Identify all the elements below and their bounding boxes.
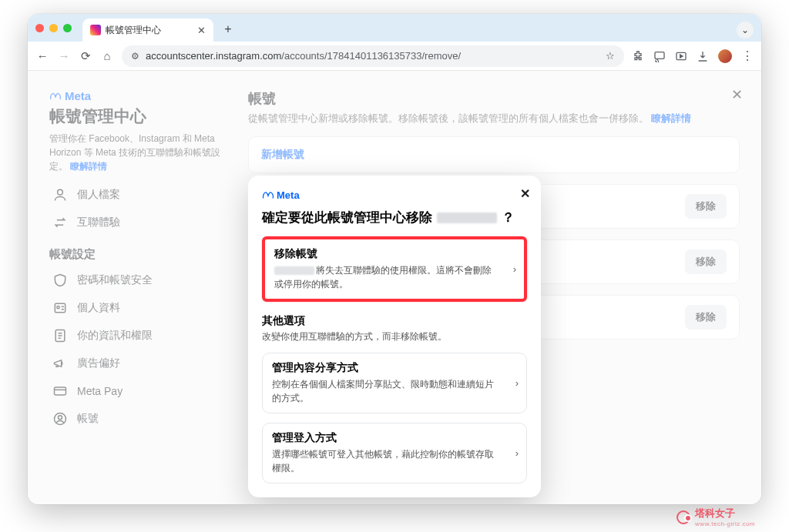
redacted-username: [437, 212, 497, 223]
window-controls[interactable]: [35, 24, 72, 32]
cast-icon[interactable]: [653, 50, 666, 62]
modal-close-icon[interactable]: ✕: [520, 186, 530, 201]
option-title: 管理登入方式: [272, 431, 500, 445]
option-title: 管理內容分享方式: [272, 361, 500, 375]
download-icon[interactable]: [697, 50, 709, 62]
menu-icon[interactable]: ⋮: [741, 49, 754, 63]
maximize-window-icon[interactable]: [63, 24, 72, 32]
tab-strip: 帳號管理中心 ✕ + ⌄: [28, 14, 761, 42]
url-input[interactable]: ⚙ accountscenter.instagram.com/accounts/…: [122, 45, 624, 67]
option-description: 選擇哪些帳號可登入其他帳號，藉此控制你的帳號存取權限。: [272, 447, 500, 475]
profile-avatar[interactable]: [718, 49, 732, 63]
option-remove-account[interactable]: 移除帳號 將失去互聯體驗的使用權限。這將不會刪除或停用你的帳號。 ›: [262, 236, 527, 302]
site-info-icon[interactable]: ⚙: [131, 51, 139, 62]
remove-account-modal: Meta ✕ 確定要從此帳號管理中心移除 ？ 移除帳號 將失去互聯體驗的使用權限…: [248, 176, 541, 497]
close-window-icon[interactable]: [35, 24, 44, 32]
option-description: 將失去互聯體驗的使用權限。這將不會刪除或停用你的帳號。: [274, 263, 498, 291]
minimize-window-icon[interactable]: [49, 24, 58, 32]
page-viewport: Meta 帳號管理中心 管理你在 Facebook、Instagram 和 Me…: [28, 71, 761, 504]
home-button[interactable]: ⌂: [100, 49, 114, 62]
option-manage-sharing[interactable]: 管理內容分享方式 控制在各個個人檔案間分享貼文、限時動態和連續短片的方式。 ›: [262, 353, 527, 413]
tabs-dropdown-button[interactable]: ⌄: [737, 22, 754, 38]
instagram-favicon: [90, 25, 101, 35]
option-title: 移除帳號: [274, 247, 498, 261]
chevron-right-icon: ›: [515, 447, 519, 459]
modal-title: 確定要從此帳號管理中心移除 ？: [262, 209, 527, 227]
option-manage-login[interactable]: 管理登入方式 選擇哪些帳號可登入其他帳號，藉此控制你的帳號存取權限。 ›: [262, 423, 527, 483]
bookmark-icon[interactable]: ☆: [606, 50, 615, 62]
watermark-text: 塔科女子: [695, 507, 735, 519]
new-tab-button[interactable]: +: [218, 19, 238, 39]
watermark: 塔科女子 www.tech-girlz.com: [677, 507, 755, 527]
url-domain: accountscenter.instagram.com: [146, 50, 281, 62]
tab-title: 帳號管理中心: [106, 24, 161, 37]
media-icon[interactable]: [675, 50, 687, 62]
option-description: 控制在各個個人檔案間分享貼文、限時動態和連續短片的方式。: [272, 377, 500, 405]
browser-window: 帳號管理中心 ✕ + ⌄ ← → ⟳ ⌂ ⚙ accountscenter.in…: [28, 14, 761, 504]
chevron-right-icon: ›: [513, 263, 516, 275]
extensions-icon[interactable]: [632, 50, 644, 62]
other-options-desc: 改變你使用互聯體驗的方式，而非移除帳號。: [262, 330, 527, 343]
back-button[interactable]: ←: [35, 49, 49, 62]
forward-button[interactable]: →: [57, 49, 71, 62]
close-tab-icon[interactable]: ✕: [197, 25, 206, 36]
reload-button[interactable]: ⟳: [79, 49, 92, 63]
url-path: /accounts/17841401136135733/remove/: [281, 50, 461, 62]
watermark-icon: [677, 510, 690, 524]
toolbar-right: ⋮: [632, 49, 754, 63]
chevron-right-icon: ›: [515, 377, 519, 389]
watermark-sub: www.tech-girlz.com: [695, 520, 755, 527]
other-options-title: 其他選項: [262, 314, 527, 328]
modal-meta-logo: Meta: [262, 189, 527, 201]
address-bar: ← → ⟳ ⌂ ⚙ accountscenter.instagram.com/a…: [28, 42, 761, 71]
redacted-username-small: [274, 266, 314, 275]
browser-tab[interactable]: 帳號管理中心 ✕: [82, 18, 213, 42]
svg-rect-0: [655, 52, 664, 59]
